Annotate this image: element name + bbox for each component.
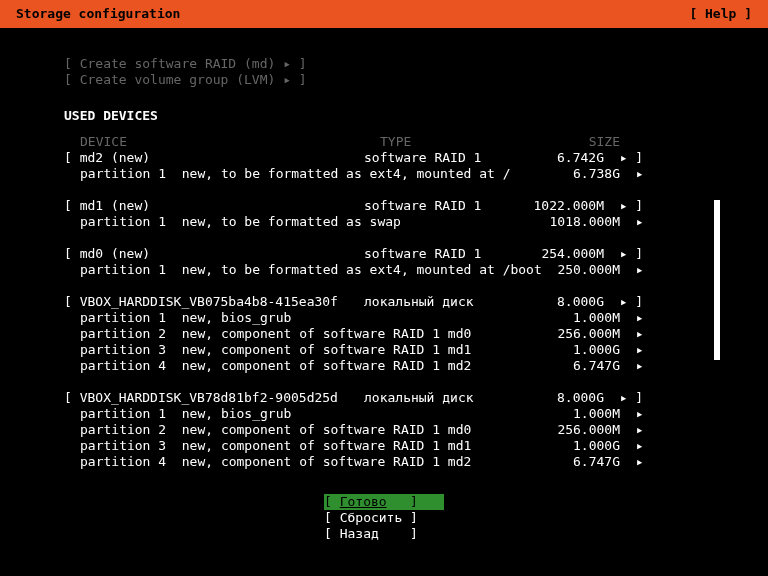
- partition-row[interactable]: partition 3 new, component of software R…: [64, 342, 704, 358]
- partition-row[interactable]: partition 4 new, component of software R…: [64, 358, 704, 374]
- device-block: [ md2 (new) software RAID 16.742G ▸ ]par…: [64, 150, 704, 182]
- chevron-right-icon: ▸: [620, 166, 650, 182]
- device-list: [ md2 (new) software RAID 16.742G ▸ ]par…: [64, 150, 704, 470]
- partition-row[interactable]: partition 4 new, component of software R…: [64, 454, 704, 470]
- chevron-right-icon: ▸: [620, 454, 650, 470]
- device-row[interactable]: [ VBOX_HARDDISK_VB075ba4b8-415ea30f лока…: [64, 294, 704, 310]
- partition-row[interactable]: partition 3 new, component of software R…: [64, 438, 704, 454]
- back-button[interactable]: [ Назад ]: [324, 526, 444, 542]
- device-row[interactable]: [ md0 (new) software RAID 1254.000M ▸ ]: [64, 246, 704, 262]
- chevron-right-icon: ▸ ]: [604, 294, 634, 310]
- chevron-right-icon: ▸: [620, 310, 650, 326]
- partition-row[interactable]: partition 2 new, component of software R…: [64, 326, 704, 342]
- used-devices-heading: USED DEVICES: [64, 108, 704, 124]
- partition-row[interactable]: partition 1 new, to be formatted as swap…: [64, 214, 704, 230]
- chevron-right-icon: ▸: [620, 406, 650, 422]
- device-block: [ VBOX_HARDDISK_VB075ba4b8-415ea30f лока…: [64, 294, 704, 374]
- create-lvm-menu[interactable]: [ Create volume group (LVM) ▸ ]: [64, 72, 704, 88]
- done-button[interactable]: [ Готово ]: [324, 494, 444, 510]
- device-block: [ md0 (new) software RAID 1254.000M ▸ ]p…: [64, 246, 704, 278]
- chevron-right-icon: ▸: [620, 342, 650, 358]
- partition-row[interactable]: partition 2 new, component of software R…: [64, 422, 704, 438]
- create-raid-menu[interactable]: [ Create software RAID (md) ▸ ]: [64, 56, 704, 72]
- chevron-right-icon: ▸: [620, 422, 650, 438]
- partition-row[interactable]: partition 1 new, to be formatted as ext4…: [64, 166, 704, 182]
- reset-button[interactable]: [ Сбросить ]: [324, 510, 444, 526]
- help-button[interactable]: [ Help ]: [689, 6, 752, 22]
- device-block: [ md1 (new) software RAID 11022.000M ▸ ]…: [64, 198, 704, 230]
- chevron-right-icon: ▸ ]: [604, 390, 634, 406]
- device-block: [ VBOX_HARDDISK_VB78d81bf2-9005d25d лока…: [64, 390, 704, 470]
- chevron-right-icon: ▸: [620, 214, 650, 230]
- device-row[interactable]: [ VBOX_HARDDISK_VB78d81bf2-9005d25d лока…: [64, 390, 704, 406]
- partition-row[interactable]: partition 1 new, bios_grub 1.000M ▸: [64, 406, 704, 422]
- chevron-right-icon: ▸ ]: [604, 246, 634, 262]
- title-bar: Storage configuration [ Help ]: [0, 0, 768, 28]
- device-row[interactable]: [ md1 (new) software RAID 11022.000M ▸ ]: [64, 198, 704, 214]
- col-device: DEVICE: [64, 134, 380, 150]
- device-row[interactable]: [ md2 (new) software RAID 16.742G ▸ ]: [64, 150, 704, 166]
- chevron-right-icon: ▸: [620, 438, 650, 454]
- chevron-right-icon: ▸ ]: [604, 198, 634, 214]
- partition-row[interactable]: partition 1 new, bios_grub 1.000M ▸: [64, 310, 704, 326]
- scrollbar[interactable]: [714, 200, 720, 360]
- col-size: SIZE: [540, 134, 620, 150]
- chevron-right-icon: ▸: [620, 262, 650, 278]
- chevron-right-icon: ▸: [620, 326, 650, 342]
- page-title: Storage configuration: [16, 6, 180, 22]
- column-headers: DEVICE TYPE SIZE: [64, 134, 704, 150]
- chevron-right-icon: ▸ ]: [604, 150, 634, 166]
- partition-row[interactable]: partition 1 new, to be formatted as ext4…: [64, 262, 704, 278]
- col-type: TYPE: [380, 134, 540, 150]
- chevron-right-icon: ▸: [620, 358, 650, 374]
